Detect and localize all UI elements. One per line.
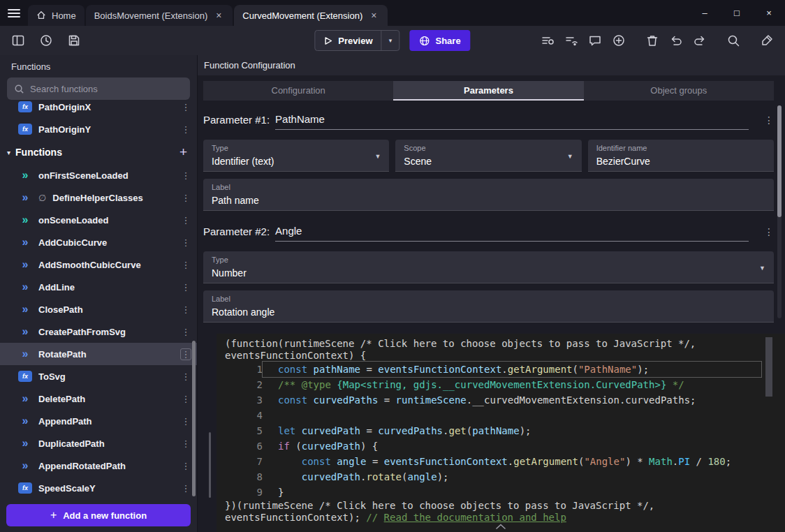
code-line-5[interactable]: 5let curvedPath = curvedPaths.get(pathNa… [225,423,785,438]
maximize-button[interactable]: □ [721,0,753,26]
parameter-2-label-input[interactable]: Label Rotation angle [203,290,774,323]
code-line-7[interactable]: 7 const angle = eventsFunctionContext.ge… [225,454,785,469]
add-new-function-button[interactable]: + Add a new function [6,504,191,526]
tab-object-groups[interactable]: Object groups [584,81,774,101]
function-item-DefineHelperClasses[interactable]: »∅DefineHelperClasses⋮ [0,186,197,209]
broadcast-icon[interactable] [563,32,580,49]
collapse-editor-icon[interactable] [495,520,506,531]
functions-section-header[interactable]: ▾ Functions + [0,140,197,164]
item-menu-icon[interactable]: ⋮ [180,237,191,248]
function-item-ClosePath[interactable]: »ClosePath⋮ [0,298,197,320]
search-icon[interactable] [725,32,742,49]
code-line-content[interactable]: const curvedPaths = runtimeScene.__curve… [263,392,761,408]
feedback-icon[interactable] [587,32,603,49]
code-line-3[interactable]: 3const curvedPaths = runtimeScene.__curv… [225,392,785,408]
history-icon[interactable] [38,32,54,49]
item-menu-icon[interactable]: ⋮ [180,394,191,404]
panel-scrollbar[interactable] [209,432,211,498]
function-item-DuplicatedPath[interactable]: »DuplicatedPath⋮ [0,432,197,455]
item-menu-icon[interactable]: ⋮ [180,193,191,203]
function-item-PathOriginX[interactable]: fxPathOriginX⋮ [0,96,197,118]
code-lines[interactable]: 1const pathName = eventsFunctionContext.… [225,362,785,500]
share-button[interactable]: Share [410,30,471,51]
code-line-content[interactable]: const pathName = eventsFunctionContext.g… [263,362,761,377]
main-menu-icon[interactable] [0,0,28,26]
parameter-2-menu-icon[interactable]: ⋮ [764,226,774,242]
parameters-scrollbar-thumb[interactable] [777,105,782,217]
tab-home[interactable]: Home [28,5,85,26]
code-line-1[interactable]: 1const pathName = eventsFunctionContext.… [225,362,785,377]
parameter-2-name-input[interactable]: Angle [275,225,749,242]
export-rows-icon[interactable] [539,32,556,49]
code-line-4[interactable]: 4 [225,408,785,423]
function-item-RotatePath[interactable]: »RotatePath⋮ [0,343,197,365]
tab-curvedmovement[interactable]: CurvedMovement (Extension) × [234,5,388,26]
function-item-AddSmoothCubicCurve[interactable]: »AddSmoothCubicCurve⋮ [0,253,197,276]
code-line-6[interactable]: 6if (curvedPath) { [225,438,785,454]
preview-dropdown-icon[interactable]: ▾ [381,31,399,50]
function-item-DeletePath[interactable]: »DeletePath⋮ [0,387,197,410]
code-line-content[interactable]: curvedPath.rotate(angle); [263,469,761,485]
tab-boidsmovement[interactable]: BoidsMovement (Extension) × [86,5,233,26]
code-line-8[interactable]: 8 curvedPath.rotate(angle); [225,469,785,485]
theme-brush-icon[interactable] [758,32,775,49]
save-icon[interactable] [66,32,82,49]
function-item-CreatePathFromSvg[interactable]: »CreatePathFromSvg⋮ [0,320,197,343]
item-menu-icon[interactable]: ⋮ [180,260,191,270]
close-tab-icon[interactable]: × [213,10,224,21]
function-item-SpeedScaleY[interactable]: fxSpeedScaleY⋮ [0,477,197,499]
item-menu-icon[interactable]: ⋮ [180,124,191,135]
redo-icon[interactable] [691,32,708,49]
function-item-AddCubicCurve[interactable]: »AddCubicCurve⋮ [0,231,197,253]
add-function-icon[interactable]: + [179,145,187,160]
sidebar-scrollbar[interactable] [192,341,196,496]
function-item-AppendRotatedPath[interactable]: »AppendRotatedPath⋮ [0,455,197,477]
item-menu-icon[interactable]: ⋮ [180,282,191,293]
item-menu-icon[interactable]: ⋮ [180,483,191,494]
parameter-1-type-select[interactable]: Type Identifier (text) ▼ [203,140,389,172]
code-editor-scrollbar[interactable] [765,337,772,397]
parameter-2-type-select[interactable]: Type Number ▼ [203,251,774,283]
search-functions-input[interactable] [30,84,183,94]
undo-icon[interactable] [668,32,684,49]
javascript-code-editor[interactable]: (function(runtimeScene /* Click here to … [217,334,785,532]
code-line-content[interactable]: if (curvedPath) { [263,438,761,454]
code-line-content[interactable] [263,408,761,423]
code-line-content[interactable]: /** @type {Map<string, gdjs.__curvedMove… [263,377,761,392]
panels-layout-icon[interactable] [10,32,27,49]
item-menu-icon[interactable]: ⋮ [180,170,191,181]
parameter-1-label-input[interactable]: Label Path name [203,179,774,211]
parameter-1-identifier-name-input[interactable]: Identifier name BezierCurve [588,140,774,172]
code-line-content[interactable]: let curvedPath = curvedPaths.get(pathNam… [263,423,761,438]
tab-configuration[interactable]: Configuration [203,81,393,101]
item-menu-icon[interactable]: ⋮ [180,327,191,337]
code-line-2[interactable]: 2/** @type {Map<string, gdjs.__curvedMov… [225,377,785,392]
parameter-1-scope-select[interactable]: Scope Scene ▼ [395,140,581,172]
trash-icon[interactable] [644,32,661,49]
minimize-button[interactable]: – [689,0,721,26]
item-menu-icon[interactable]: ⋮ [180,102,191,112]
item-menu-icon[interactable]: ⋮ [180,215,191,226]
function-item-onSceneLoaded[interactable]: »onSceneLoaded⋮ [0,209,197,231]
parameter-1-name-input[interactable]: PathName [275,113,749,130]
item-menu-icon[interactable]: ⋮ [180,371,191,382]
preview-button[interactable]: Preview ▾ [314,30,399,51]
function-item-PathOriginY[interactable]: fxPathOriginY⋮ [0,118,197,140]
code-line-content[interactable]: const angle = eventsFunctionContext.getA… [263,454,761,469]
item-menu-icon[interactable]: ⋮ [180,304,191,315]
item-menu-icon[interactable]: ⋮ [180,348,191,360]
item-menu-icon[interactable]: ⋮ [180,416,191,427]
code-line-9[interactable]: 9} [225,485,785,500]
function-item-AppendPath[interactable]: »AppendPath⋮ [0,410,197,432]
close-tab-icon[interactable]: × [368,10,379,21]
function-item-ToSvg[interactable]: fxToSvg⋮ [0,365,197,387]
item-menu-icon[interactable]: ⋮ [180,461,191,471]
documentation-link[interactable]: Read the documentation and help [384,512,566,523]
tab-parameters[interactable]: Parameters [393,81,583,101]
parameter-1-menu-icon[interactable]: ⋮ [764,114,774,130]
plus-circle-icon[interactable] [610,32,627,49]
item-menu-icon[interactable]: ⋮ [180,438,191,449]
close-window-button[interactable]: × [753,0,785,26]
code-line-content[interactable]: } [263,485,761,500]
preview-button-main[interactable]: Preview [315,36,381,46]
